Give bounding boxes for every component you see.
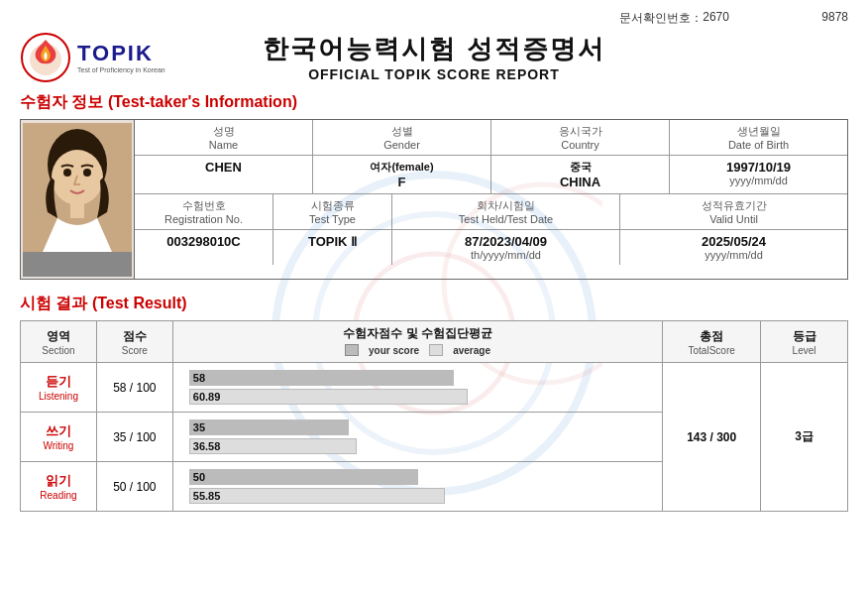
result-row: 듣기Listening58 / 100 58 60.89 143 / 3003급 bbox=[21, 363, 848, 413]
avg-score-bar-row: 55.85 bbox=[189, 488, 646, 504]
gender-value-cell: 여자(female) F bbox=[313, 156, 491, 193]
legend-avg-box bbox=[429, 344, 443, 356]
gender-ko-label: 성별 bbox=[321, 124, 483, 139]
country-value-cell: 중국 CHINA bbox=[491, 156, 670, 193]
your-score-bar bbox=[189, 419, 349, 435]
result-section-title: 시험 결과 (Test Result) bbox=[20, 294, 848, 314]
dob-value-cell: 1997/10/19 yyyy/mm/dd bbox=[670, 156, 847, 193]
topik-logo-icon bbox=[20, 32, 71, 83]
gender-header-cell: 성별 Gender bbox=[313, 120, 491, 155]
your-score-bar-wrap: 58 bbox=[189, 370, 646, 386]
name-value: CHEN bbox=[143, 160, 304, 175]
your-score-bar bbox=[189, 469, 418, 485]
section-cell: 읽기Reading bbox=[21, 462, 97, 512]
info-section-title: 수험자 정보 (Test-taker's Information) bbox=[20, 92, 848, 113]
your-score-bar bbox=[189, 370, 455, 386]
testdate-value: 87/2023/04/09 bbox=[400, 234, 611, 249]
result-header-row: 영역 Section 점수 Score 수험자점수 및 수험집단평균 your … bbox=[21, 321, 848, 363]
dob-en-label: Date of Birth bbox=[678, 139, 839, 151]
regno-en-label: Registration No. bbox=[143, 213, 265, 225]
photo-placeholder bbox=[23, 123, 132, 277]
bars-cell: 50 55.85 bbox=[172, 462, 662, 512]
name-en-label: Name bbox=[143, 139, 304, 151]
header-level-en: Level bbox=[767, 345, 841, 356]
country-en-value: CHINA bbox=[499, 175, 661, 189]
your-score-bar-label: 50 bbox=[193, 469, 205, 485]
logo-text: TOPIK Test of Proficiency in Korean bbox=[77, 41, 165, 73]
valid-ko-label: 성적유효기간 bbox=[628, 198, 839, 213]
dob-ko-label: 생년월일 bbox=[678, 124, 839, 139]
section-en: Writing bbox=[27, 440, 90, 451]
regno-ko-label: 수험번호 bbox=[143, 198, 265, 213]
logo: TOPIK Test of Proficiency in Korean bbox=[20, 32, 165, 83]
section-ko: 쓰기 bbox=[27, 422, 90, 440]
header-section-en: Section bbox=[27, 345, 90, 356]
header-total: 총점 TotalScore bbox=[663, 321, 761, 363]
main-title: 한국어능력시험 성적증명서 OFFICIAL TOPIK SCORE REPOR… bbox=[263, 32, 604, 82]
avg-score-bar-wrap: 60.89 bbox=[189, 389, 646, 405]
bar-container: 58 60.89 bbox=[181, 367, 654, 408]
country-ko-value: 중국 bbox=[499, 160, 661, 175]
legend-row: your score average bbox=[179, 342, 656, 358]
avg-score-bar-row: 60.89 bbox=[189, 389, 646, 405]
info-label-row: 성명 Name 성별 Gender 응시국가 Country 생년월일 Date… bbox=[135, 120, 847, 156]
info-value-row2: 003298010C TOPIK Ⅱ 87/2023/04/09 th/yyyy… bbox=[135, 230, 847, 265]
bar-container: 35 36.58 bbox=[181, 417, 654, 457]
dob-format: yyyy/mm/dd bbox=[678, 175, 839, 186]
info-value-row: CHEN 여자(female) F 중국 CHINA 1997/10/19 yy… bbox=[135, 156, 847, 194]
logo-topik-text: TOPIK bbox=[77, 41, 165, 66]
your-score-bar-row: 50 bbox=[189, 469, 646, 485]
header-total-ko: 총점 bbox=[669, 328, 754, 345]
gender-en-label: Gender bbox=[321, 139, 483, 151]
valid-value-cell: 2025/05/24 yyyy/mm/dd bbox=[620, 230, 847, 265]
result-section: 시험 결과 (Test Result) 영역 Section 점수 Score … bbox=[20, 294, 848, 512]
bars-cell: 58 60.89 bbox=[172, 363, 662, 413]
svg-point-6 bbox=[83, 169, 91, 177]
score-cell: 50 / 100 bbox=[96, 462, 172, 512]
bars-cell: 35 36.58 bbox=[172, 413, 662, 462]
dob-header-cell: 생년월일 Date of Birth bbox=[670, 120, 847, 155]
doc-header: 문서확인번호： 2670 9878 bbox=[20, 10, 848, 27]
total-cell: 143 / 300 bbox=[663, 363, 761, 512]
your-score-bar-label: 35 bbox=[193, 419, 205, 435]
country-header-cell: 응시국가 Country bbox=[491, 120, 670, 155]
avg-score-bar-row: 36.58 bbox=[189, 438, 646, 454]
legend-your-box bbox=[345, 344, 359, 356]
valid-en-label: Valid Until bbox=[628, 213, 839, 225]
avg-score-bar bbox=[189, 389, 468, 405]
testtype-value: TOPIK Ⅱ bbox=[281, 234, 383, 249]
your-score-bar-row: 58 bbox=[189, 370, 646, 386]
testtype-ko-label: 시험종류 bbox=[281, 198, 383, 213]
section-cell: 듣기Listening bbox=[21, 363, 97, 413]
header-section-ko: 영역 bbox=[27, 328, 90, 345]
country-ko-label: 응시국가 bbox=[499, 124, 661, 139]
photo-cell bbox=[21, 120, 135, 279]
doc-number-label: 문서확인번호： bbox=[619, 10, 703, 27]
header-score: 점수 Score bbox=[96, 321, 172, 363]
header-level-ko: 등급 bbox=[767, 328, 841, 345]
name-header-cell: 성명 Name bbox=[135, 120, 313, 155]
title-english: OFFICIAL TOPIK SCORE REPORT bbox=[263, 66, 604, 82]
header-level: 등급 Level bbox=[761, 321, 848, 363]
legend-avg-label: average bbox=[453, 345, 490, 356]
avg-score-bar-wrap: 55.85 bbox=[189, 488, 646, 504]
section-en: Listening bbox=[27, 391, 90, 402]
title-korean: 한국어능력시험 성적증명서 bbox=[263, 32, 604, 66]
doc-number: 2670 bbox=[703, 10, 729, 27]
section-en: Reading bbox=[27, 490, 90, 501]
your-score-bar-label: 58 bbox=[193, 370, 205, 386]
regno-value: 003298010C bbox=[143, 234, 265, 249]
valid-format: yyyy/mm/dd bbox=[628, 249, 839, 261]
your-score-bar-wrap: 35 bbox=[189, 419, 646, 435]
doc-number2: 9878 bbox=[821, 10, 848, 27]
header-total-en: TotalScore bbox=[669, 345, 754, 356]
score-cell: 58 / 100 bbox=[96, 363, 172, 413]
title-area: TOPIK Test of Proficiency in Korean 한국어능… bbox=[20, 32, 848, 82]
dob-value: 1997/10/19 bbox=[678, 160, 839, 175]
gender-ko-value: 여자(female) bbox=[321, 160, 483, 175]
testdate-ko-label: 회차/시험일 bbox=[400, 198, 611, 213]
bar-container: 50 55.85 bbox=[181, 466, 654, 507]
score-cell: 35 / 100 bbox=[96, 413, 172, 462]
regno-value-cell: 003298010C bbox=[135, 230, 273, 265]
avg-score-bar-label: 36.58 bbox=[193, 438, 221, 454]
